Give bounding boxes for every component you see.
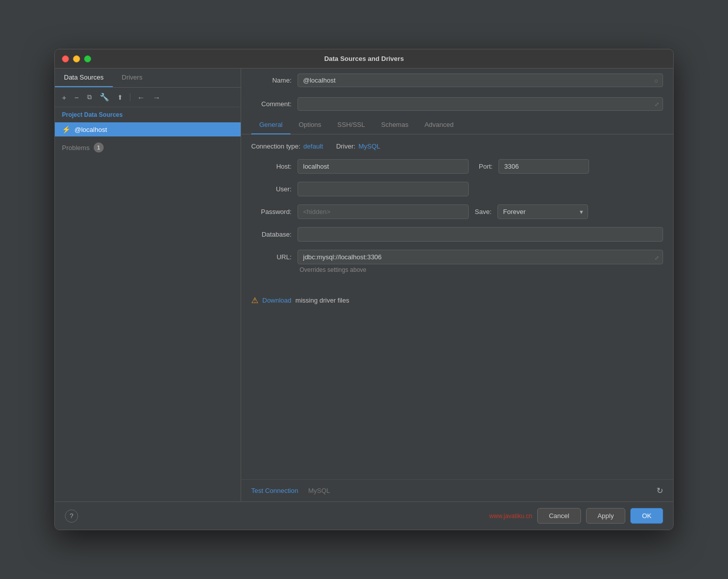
connection-type-row: Connection type: default Driver: MySQL	[251, 142, 663, 150]
connection-type-prefix: Connection type:	[251, 142, 301, 150]
port-label: Port:	[479, 163, 492, 170]
password-input[interactable]	[298, 204, 469, 219]
user-row: User:	[251, 182, 663, 196]
expand-icon: ⤢	[654, 101, 659, 108]
driver-link[interactable]: MySQL	[358, 142, 380, 150]
content-area: Name: ○ Comment: ⤢ General Options SSH/S…	[241, 68, 673, 501]
tab-schemas[interactable]: Schemas	[373, 116, 416, 134]
copy-button[interactable]: ⧉	[84, 91, 95, 103]
url-row: URL: ⤢	[251, 250, 663, 264]
help-button[interactable]: ?	[65, 510, 78, 523]
password-row: Password: Save: Never Until restart For …	[251, 204, 663, 219]
forward-button[interactable]: →	[150, 91, 164, 104]
arrow-left-icon: ←	[137, 93, 145, 102]
tab-ssh-ssl[interactable]: SSH/SSL	[329, 116, 373, 134]
sidebar: Data Sources Drivers + − ⧉ 🔧 ⬆	[55, 68, 241, 501]
save-select-wrapper: Never Until restart For session Forever …	[497, 204, 588, 219]
driver-prefix: Driver:	[336, 142, 355, 150]
window-title: Data Sources and Drivers	[324, 55, 404, 62]
sidebar-item-localhost[interactable]: ⚡ @localhost	[55, 122, 241, 136]
project-data-sources-label: Project Data Sources	[55, 107, 241, 122]
comment-input[interactable]	[298, 97, 663, 111]
add-button[interactable]: +	[59, 91, 69, 104]
remove-button[interactable]: −	[71, 91, 82, 104]
url-hint: Overrides settings above	[300, 266, 663, 273]
database-label: Database:	[251, 231, 292, 238]
save-label: Save:	[475, 208, 491, 215]
port-group: Port:	[479, 159, 589, 174]
wrench-button[interactable]: 🔧	[97, 91, 112, 104]
help-icon: ?	[69, 512, 73, 520]
database-row: Database:	[251, 227, 663, 242]
footer: ? www.javatiku.cn Cancel Apply OK	[55, 501, 673, 530]
save-group: Save: Never Until restart For session Fo…	[475, 204, 588, 219]
problems-badge: 1	[94, 142, 104, 153]
connection-type-link[interactable]: default	[304, 142, 323, 150]
download-text: missing driver files	[296, 297, 349, 304]
circle-icon: ○	[654, 77, 658, 84]
name-input-wrapper: ○	[298, 74, 663, 87]
tab-data-sources[interactable]: Data Sources	[55, 68, 113, 87]
database-input[interactable]	[298, 227, 663, 242]
url-expand-icon: ⤢	[654, 255, 659, 261]
password-label: Password:	[251, 208, 292, 215]
titlebar: Data Sources and Drivers	[55, 49, 673, 68]
tab-general[interactable]: General	[251, 116, 290, 134]
comment-label: Comment:	[251, 100, 292, 108]
problems-section: Problems 1	[55, 136, 241, 159]
wrench-icon: 🔧	[100, 93, 109, 102]
database-icon: ⚡	[62, 125, 70, 133]
main-layout: Data Sources Drivers + − ⧉ 🔧 ⬆	[55, 68, 673, 501]
comment-input-wrapper: ⤢	[298, 97, 663, 111]
minus-icon: −	[75, 93, 79, 102]
apply-button[interactable]: Apply	[586, 508, 626, 524]
user-label: User:	[251, 185, 292, 193]
host-port-row: Host: Port:	[251, 159, 663, 174]
name-label: Name:	[251, 77, 292, 84]
toolbar-separator	[130, 93, 130, 101]
cancel-button[interactable]: Cancel	[537, 508, 580, 524]
name-input[interactable]	[298, 74, 663, 87]
save-select[interactable]: Never Until restart For session Forever	[497, 204, 588, 219]
sidebar-tabs: Data Sources Drivers	[55, 68, 241, 88]
sidebar-toolbar: + − ⧉ 🔧 ⬆ ← →	[55, 88, 241, 107]
test-connection-bar: Test Connection MySQL ↻	[241, 479, 673, 501]
port-input[interactable]	[498, 159, 589, 174]
host-label: Host:	[251, 163, 292, 170]
arrow-right-icon: →	[153, 93, 161, 102]
database-input-wrapper	[298, 227, 663, 242]
main-window: Data Sources and Drivers Data Sources Dr…	[54, 49, 674, 530]
general-content: Connection type: default Driver: MySQL H…	[241, 134, 673, 479]
user-input[interactable]	[298, 182, 469, 196]
host-group: Host:	[251, 159, 469, 174]
url-label: URL:	[251, 253, 292, 261]
add-icon: +	[62, 93, 66, 102]
content-tabs: General Options SSH/SSL Schemas Advanced	[241, 116, 673, 134]
sidebar-item-label: @localhost	[75, 126, 107, 133]
watermark-text: www.javatiku.cn	[489, 513, 532, 520]
upload-icon: ⬆	[117, 94, 123, 101]
minimize-button[interactable]	[73, 55, 80, 62]
copy-icon: ⧉	[87, 93, 92, 101]
url-section: URL: ⤢ Overrides settings above	[251, 250, 663, 273]
host-input[interactable]	[298, 159, 469, 174]
test-driver-label: MySQL	[308, 487, 330, 494]
warning-icon: ⚠	[251, 296, 258, 305]
url-input[interactable]	[298, 250, 663, 264]
maximize-button[interactable]	[84, 55, 91, 62]
download-link[interactable]: Download	[262, 297, 292, 304]
tab-advanced[interactable]: Advanced	[416, 116, 462, 134]
refresh-icon[interactable]: ↻	[657, 486, 663, 495]
tab-drivers[interactable]: Drivers	[113, 68, 152, 87]
ok-button[interactable]: OK	[630, 508, 663, 524]
upload-button[interactable]: ⬆	[114, 92, 126, 103]
problems-label: Problems	[62, 144, 90, 152]
window-controls	[62, 55, 91, 62]
test-connection-link[interactable]: Test Connection	[251, 487, 298, 494]
download-section: ⚠ Download missing driver files	[251, 288, 663, 305]
url-input-wrapper: ⤢	[298, 250, 663, 264]
back-button[interactable]: ←	[134, 91, 148, 104]
comment-row: Comment: ⤢	[241, 92, 673, 116]
close-button[interactable]	[62, 55, 69, 62]
tab-options[interactable]: Options	[290, 116, 329, 134]
